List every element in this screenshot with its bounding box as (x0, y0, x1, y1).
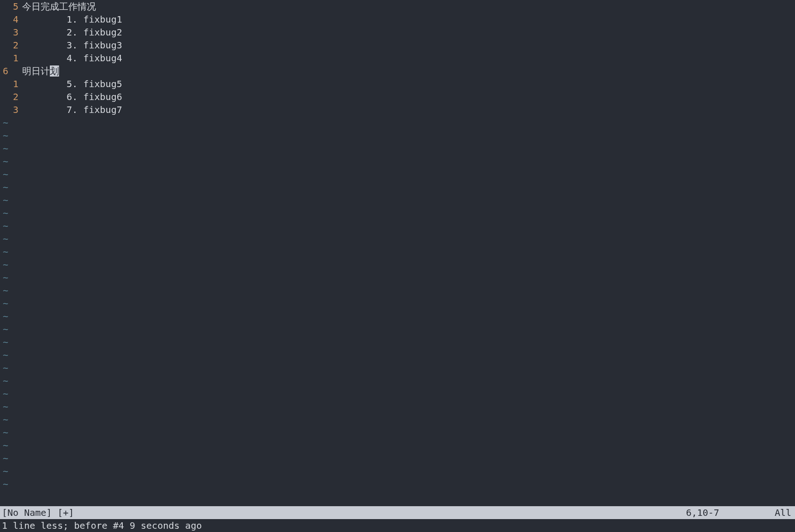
tilde-icon: ~ (0, 116, 8, 129)
editor-area[interactable]: 5今日完成工作情况4 1. fixbug13 2. fixbug22 3. fi… (0, 0, 795, 506)
line-number: 2 (0, 39, 22, 52)
empty-line: ~ (0, 129, 795, 142)
line-number: 3 (0, 26, 22, 39)
status-ruler: 6,10-7 (686, 506, 775, 519)
message-text: 1 line less; before #4 9 seconds ago (2, 519, 202, 532)
tilde-icon: ~ (0, 194, 8, 207)
line-content: 3. fixbug3 (22, 39, 795, 52)
line-content: 明日计划 (22, 65, 795, 77)
text-before-cursor: 明日计 (22, 65, 50, 77)
editor-line[interactable]: 5今日完成工作情况 (0, 0, 795, 13)
editor-line[interactable]: 3 7. fixbug7 (0, 103, 795, 116)
empty-line: ~ (0, 310, 795, 323)
line-content: 今日完成工作情况 (22, 0, 795, 13)
empty-line: ~ (0, 142, 795, 155)
tilde-icon: ~ (0, 323, 8, 336)
message-bar: 1 line less; before #4 9 seconds ago (0, 519, 795, 532)
empty-line: ~ (0, 439, 795, 452)
line-number: 1 (0, 77, 22, 90)
empty-line: ~ (0, 116, 795, 129)
tilde-icon: ~ (0, 478, 8, 491)
line-number: 2 (0, 90, 22, 103)
empty-line: ~ (0, 232, 795, 245)
tilde-icon: ~ (0, 245, 8, 258)
tilde-icon: ~ (0, 181, 8, 194)
tilde-icon: ~ (0, 155, 8, 168)
empty-line: ~ (0, 271, 795, 284)
empty-line: ~ (0, 207, 795, 219)
tilde-icon: ~ (0, 258, 8, 271)
editor-line[interactable]: 1 4. fixbug4 (0, 52, 795, 65)
tilde-icon: ~ (0, 297, 8, 310)
tilde-icon: ~ (0, 168, 8, 181)
tilde-icon: ~ (0, 232, 8, 245)
line-number: 6 (0, 65, 22, 77)
empty-line: ~ (0, 323, 795, 336)
status-bar: [No Name] [+] 6,10-7 All (0, 506, 795, 519)
line-content: 4. fixbug4 (22, 52, 795, 65)
empty-line: ~ (0, 297, 795, 310)
tilde-icon: ~ (0, 284, 8, 297)
empty-line: ~ (0, 245, 795, 258)
status-position: All (775, 506, 793, 519)
empty-line: ~ (0, 374, 795, 387)
status-filename: [No Name] [+] (2, 506, 686, 519)
empty-line: ~ (0, 465, 795, 478)
empty-line: ~ (0, 400, 795, 413)
line-number: 3 (0, 103, 22, 116)
line-number: 5 (0, 0, 22, 13)
empty-line: ~ (0, 181, 795, 194)
line-content: 5. fixbug5 (22, 77, 795, 90)
empty-line: ~ (0, 284, 795, 297)
editor-line[interactable]: 3 2. fixbug2 (0, 26, 795, 39)
line-content: 6. fixbug6 (22, 90, 795, 103)
empty-line: ~ (0, 452, 795, 465)
empty-line: ~ (0, 349, 795, 361)
line-content: 7. fixbug7 (22, 103, 795, 116)
tilde-icon: ~ (0, 413, 8, 426)
line-content: 1. fixbug1 (22, 13, 795, 26)
tilde-icon: ~ (0, 439, 8, 452)
editor-line[interactable]: 2 6. fixbug6 (0, 90, 795, 103)
tilde-icon: ~ (0, 336, 8, 349)
empty-line: ~ (0, 478, 795, 491)
empty-line: ~ (0, 155, 795, 168)
cursor: 划 (50, 65, 59, 77)
tilde-icon: ~ (0, 400, 8, 413)
tildes-container: ~~~~~~~~~~~~~~~~~~~~~~~~~~~~~ (0, 116, 795, 491)
tilde-icon: ~ (0, 142, 8, 155)
tilde-icon: ~ (0, 374, 8, 387)
tilde-icon: ~ (0, 271, 8, 284)
tilde-icon: ~ (0, 129, 8, 142)
tilde-icon: ~ (0, 387, 8, 400)
empty-line: ~ (0, 413, 795, 426)
tilde-icon: ~ (0, 219, 8, 232)
editor-line[interactable]: 1 5. fixbug5 (0, 77, 795, 90)
empty-line: ~ (0, 336, 795, 349)
tilde-icon: ~ (0, 452, 8, 465)
line-content: 2. fixbug2 (22, 26, 795, 39)
empty-line: ~ (0, 168, 795, 181)
empty-line: ~ (0, 219, 795, 232)
empty-line: ~ (0, 426, 795, 439)
tilde-icon: ~ (0, 426, 8, 439)
tilde-icon: ~ (0, 349, 8, 361)
tilde-icon: ~ (0, 465, 8, 478)
empty-line: ~ (0, 387, 795, 400)
tilde-icon: ~ (0, 207, 8, 219)
lines-container: 5今日完成工作情况4 1. fixbug13 2. fixbug22 3. fi… (0, 0, 795, 116)
editor-line[interactable]: 4 1. fixbug1 (0, 13, 795, 26)
line-number: 1 (0, 52, 22, 65)
empty-line: ~ (0, 361, 795, 374)
tilde-icon: ~ (0, 361, 8, 374)
empty-line: ~ (0, 258, 795, 271)
tilde-icon: ~ (0, 310, 8, 323)
line-number: 4 (0, 13, 22, 26)
editor-line[interactable]: 6 明日计划 (0, 65, 795, 77)
empty-line: ~ (0, 194, 795, 207)
editor-line[interactable]: 2 3. fixbug3 (0, 39, 795, 52)
